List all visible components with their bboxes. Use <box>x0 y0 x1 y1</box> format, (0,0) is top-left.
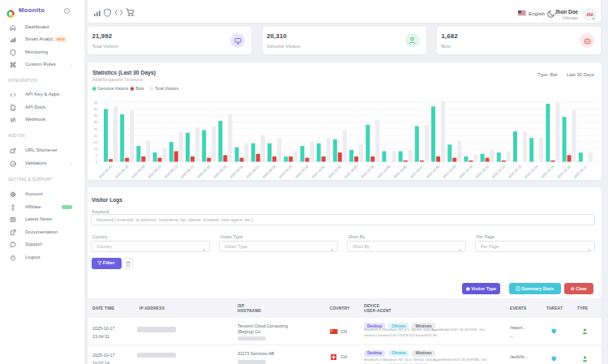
svg-text:2025-10-12: 2025-10-12 <box>490 164 506 179</box>
svg-text:2025-09-22: 2025-09-22 <box>163 164 178 179</box>
svg-text:2025-10-03: 2025-10-03 <box>344 164 359 179</box>
svg-text:2025-10-10: 2025-10-10 <box>458 164 473 179</box>
svg-text:2025-09-26: 2025-09-26 <box>229 164 244 179</box>
svg-text:2025-10-13: 2025-10-13 <box>507 164 523 179</box>
svg-text:35: 35 <box>93 113 97 118</box>
svg-text:30: 30 <box>93 120 97 124</box>
svg-text:2025-10-14: 2025-10-14 <box>524 164 539 179</box>
svg-text:2025-09-21: 2025-09-21 <box>147 164 162 179</box>
svg-text:2025-09-23: 2025-09-23 <box>180 164 195 179</box>
svg-text:2025-10-04: 2025-10-04 <box>360 164 375 179</box>
svg-text:2025-09-24: 2025-09-24 <box>196 164 212 179</box>
svg-text:2025-09-27: 2025-09-27 <box>245 164 260 179</box>
svg-text:2025-10-15: 2025-10-15 <box>540 164 555 179</box>
svg-text:20: 20 <box>93 134 97 138</box>
svg-text:2025-10-11: 2025-10-11 <box>474 164 490 179</box>
svg-text:2025-09-19: 2025-09-19 <box>114 164 130 179</box>
svg-text:2025-09-25: 2025-09-25 <box>212 164 228 179</box>
svg-text:2025-09-18: 2025-09-18 <box>98 164 113 179</box>
svg-text:2025-09-28: 2025-09-28 <box>262 164 277 179</box>
svg-text:Bots: Bots <box>135 86 144 91</box>
svg-text:5: 5 <box>96 153 98 157</box>
svg-text:10: 10 <box>93 147 97 151</box>
svg-text:25: 25 <box>93 127 97 131</box>
svg-text:2025-10-02: 2025-10-02 <box>327 164 342 179</box>
svg-text:Genuine Visitors: Genuine Visitors <box>98 86 129 91</box>
svg-text:2025-10-05: 2025-10-05 <box>376 164 392 179</box>
svg-text:0: 0 <box>96 160 98 164</box>
svg-text:Total Visitors: Total Visitors <box>155 86 179 91</box>
svg-text:15: 15 <box>93 140 97 144</box>
svg-text:2025-10-17: 2025-10-17 <box>572 164 588 179</box>
svg-text:2025-10-06: 2025-10-06 <box>392 164 408 179</box>
svg-text:2025-10-16: 2025-10-16 <box>556 164 572 179</box>
svg-text:2025-10-07: 2025-10-07 <box>409 164 424 179</box>
svg-text:40: 40 <box>93 107 97 111</box>
svg-text:2025-09-20: 2025-09-20 <box>131 164 146 179</box>
svg-text:2025-10-01: 2025-10-01 <box>310 164 326 179</box>
svg-text:2025-09-29: 2025-09-29 <box>278 164 293 179</box>
svg-text:2025-10-08: 2025-10-08 <box>426 164 441 179</box>
svg-text:45: 45 <box>93 101 97 105</box>
svg-text:2025-09-30: 2025-09-30 <box>294 164 310 179</box>
svg-text:2025-10-09: 2025-10-09 <box>442 164 457 179</box>
